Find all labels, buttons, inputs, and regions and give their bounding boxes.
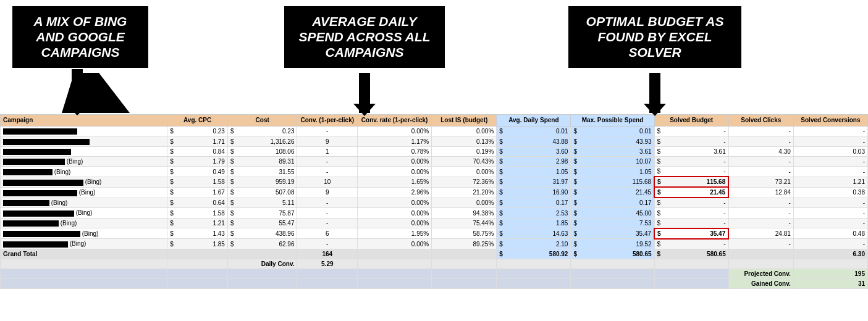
avg-daily-cell: $1.85	[497, 218, 571, 228]
campaign-name-cell	[1, 146, 167, 156]
campaign-name-cell: (Bing)	[1, 198, 167, 208]
solved-clicks-cell: -	[728, 167, 793, 177]
svg-marker-5	[353, 104, 376, 116]
cpc-cell: $0.64	[167, 198, 228, 208]
conv1-cell: 6	[297, 228, 358, 239]
max-spend-cell: $1.05	[571, 167, 654, 177]
table-header-row: Campaign Avg. CPC Cost Conv. (1-per-clic…	[1, 115, 868, 127]
header-solved-conv: Solved Conversions	[793, 115, 867, 127]
solved-conv-cell: 0.48	[793, 228, 867, 239]
max-spend-cell: $21.45	[571, 187, 654, 198]
campaign-name-cell	[1, 127, 167, 136]
conv-rate-cell: 0.00%	[358, 167, 432, 177]
solved-clicks-cell: -	[728, 136, 793, 146]
cpc-cell: $0.23	[167, 127, 228, 136]
callout-arrow-3	[643, 73, 667, 116]
avg-daily-cell: $1.05	[497, 167, 571, 177]
avg-daily-cell: $16.90	[497, 187, 571, 198]
header-solved-budget: Solved Budget	[654, 115, 728, 127]
max-spend-cell: $10.07	[571, 157, 654, 167]
cpc-cell: $1.21	[167, 218, 228, 228]
campaign-name-cell: (Bing)	[1, 157, 167, 167]
solved-budget-cell: $-	[654, 198, 728, 208]
table-row: (Bing)$0.64$5.11-0.00%0.00%$0.17$0.17$--…	[1, 198, 868, 208]
conv1-cell: -	[297, 208, 358, 218]
cpc-cell: $1.85	[167, 239, 228, 249]
projected-gained-row: Projected Conv. 195	[1, 269, 868, 278]
cost-cell: $438.96	[227, 228, 297, 239]
campaign-name-cell: (Bing)	[1, 208, 167, 218]
max-spend-cell: $45.00	[571, 208, 654, 218]
svg-marker-7	[644, 104, 666, 116]
conv-rate-cell: 0.78%	[358, 146, 432, 156]
conv-rate-cell: 0.00%	[358, 218, 432, 228]
conv1-cell: -	[297, 239, 358, 249]
avg-daily-cell: $2.10	[497, 239, 571, 249]
max-spend-cell: $43.93	[571, 136, 654, 146]
table-row: (Bing)$1.58$75.87-0.00%94.38%$2.53$45.00…	[1, 208, 868, 218]
solved-clicks-cell: -	[728, 127, 793, 136]
avg-daily-cell: $0.01	[497, 127, 571, 136]
svg-marker-3	[65, 103, 90, 115]
conv-rate-cell: 0.00%	[358, 198, 432, 208]
lost-is-cell: 0.00%	[432, 167, 497, 177]
avg-daily-cell: $43.88	[497, 136, 571, 146]
conv1-cell: -	[297, 218, 358, 228]
cpc-cell: $0.84	[167, 146, 228, 156]
conv1-cell: 9	[297, 187, 358, 198]
conv-rate-cell: 1.65%	[358, 177, 432, 187]
cpc-cell: $1.79	[167, 157, 228, 167]
solved-budget-cell: $35.47	[654, 228, 728, 239]
table-row: (Bing)$1.67$507.0892.96%21.20%$16.90$21.…	[1, 187, 868, 198]
cpc-cell: $1.43	[167, 228, 228, 239]
avg-daily-cell: $2.98	[497, 157, 571, 167]
solved-conv-cell: -	[793, 239, 867, 249]
solved-conv-cell: 0.03	[793, 146, 867, 156]
solved-budget-cell: $-	[654, 218, 728, 228]
table-row: (Bing)$0.49$31.55-0.00%0.00%$1.05$1.05$-…	[1, 167, 868, 177]
callout-box-1: A MIX OF BING AND GOOGLE CAMPAIGNS	[12, 6, 148, 68]
table-row: $0.23$0.23-0.00%0.00%$0.01$0.01$---	[1, 127, 868, 136]
solved-budget-cell: $-	[654, 127, 728, 136]
conv1-cell: -	[297, 198, 358, 208]
conv-rate-cell: 0.00%	[358, 157, 432, 167]
table-row: $1.71$1,316.2691.17%0.13%$43.88$43.93$--…	[1, 136, 868, 146]
lost-is-cell: 72.36%	[432, 177, 497, 187]
solved-budget-cell: $-	[654, 208, 728, 218]
callout-box-3: OPTIMAL BUDGET AS FOUND BY EXCEL SOLVER	[568, 6, 741, 68]
lost-is-cell: 0.00%	[432, 198, 497, 208]
conv1-cell: -	[297, 167, 358, 177]
lost-is-cell: 75.44%	[432, 218, 497, 228]
campaign-name-cell	[1, 136, 167, 146]
max-spend-cell: $3.61	[571, 146, 654, 156]
avg-daily-cell: $3.60	[497, 146, 571, 156]
header-conv-rate: Conv. rate (1-per-click)	[358, 115, 432, 127]
conv-rate-cell: 0.00%	[358, 239, 432, 249]
solved-budget-cell: $115.68	[654, 177, 728, 187]
callout-arrow-2	[352, 73, 377, 116]
cost-cell: $62.96	[227, 239, 297, 249]
max-spend-cell: $35.47	[571, 228, 654, 239]
avg-daily-cell: $31.97	[497, 177, 571, 187]
cost-cell: $89.31	[227, 157, 297, 167]
solved-clicks-cell: 24.81	[728, 228, 793, 239]
header-cost: Cost	[227, 115, 297, 127]
cpc-cell: $1.58	[167, 177, 228, 187]
solved-conv-cell: -	[793, 157, 867, 167]
campaign-name-cell: (Bing)	[1, 177, 167, 187]
solved-clicks-cell: -	[728, 157, 793, 167]
max-spend-cell: $19.52	[571, 239, 654, 249]
cost-cell: $1,316.26	[227, 136, 297, 146]
solved-budget-cell: $21.45	[654, 187, 728, 198]
cost-cell: $108.06	[227, 146, 297, 156]
campaign-name-cell: (Bing)	[1, 239, 167, 249]
cost-cell: $507.08	[227, 187, 297, 198]
conv-rate-cell: 1.95%	[358, 228, 432, 239]
solved-budget-cell: $-	[654, 136, 728, 146]
solved-clicks-cell: 12.84	[728, 187, 793, 198]
lost-is-cell: 0.13%	[432, 136, 497, 146]
table-row: (Bing)$1.85$62.96-0.00%89.25%$2.10$19.52…	[1, 239, 868, 249]
campaign-name-cell: (Bing)	[1, 228, 167, 239]
solved-conv-cell: -	[793, 127, 867, 136]
solved-conv-cell: 0.38	[793, 187, 867, 198]
